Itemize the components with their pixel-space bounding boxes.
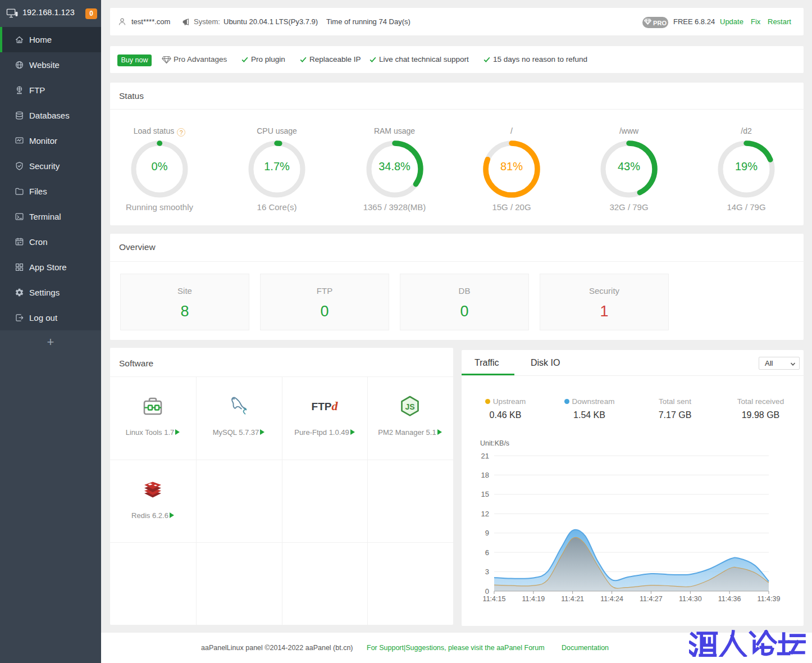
svg-text:11:4:24: 11:4:24: [600, 595, 623, 603]
svg-text:11:4:15: 11:4:15: [483, 595, 506, 603]
svg-text:JS: JS: [405, 402, 414, 411]
svg-text:11:4:27: 11:4:27: [640, 595, 663, 603]
svg-text:18: 18: [481, 471, 489, 479]
svg-text:12: 12: [481, 510, 489, 518]
svg-text:Unit:KB/s: Unit:KB/s: [480, 439, 509, 447]
svg-text:3: 3: [485, 567, 489, 576]
svg-text:9: 9: [485, 529, 489, 537]
svg-text:11:4:36: 11:4:36: [718, 595, 741, 603]
svg-text:6: 6: [485, 548, 489, 557]
svg-text:0: 0: [485, 587, 489, 596]
svg-text:21: 21: [481, 452, 489, 460]
svg-text:11:4:30: 11:4:30: [679, 595, 702, 603]
svg-text:11:4:21: 11:4:21: [561, 595, 584, 603]
svg-text:11:4:19: 11:4:19: [522, 595, 545, 603]
svg-text:15: 15: [481, 490, 489, 498]
svg-text:11:4:39: 11:4:39: [758, 595, 781, 603]
